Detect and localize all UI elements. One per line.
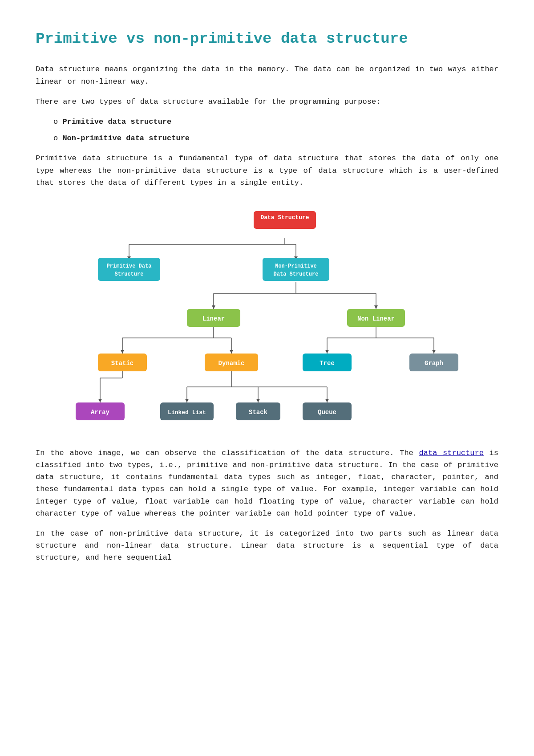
node-linear-label: Linear <box>202 315 225 322</box>
svg-marker-27 <box>432 350 436 354</box>
node-non-primitive <box>263 258 329 281</box>
below-diagram-para: In the above image, we can observe the c… <box>36 447 498 520</box>
node-non-primitive-label-2: Data Structure <box>274 271 319 277</box>
svg-marker-35 <box>185 399 189 402</box>
data-structure-link[interactable]: data structure <box>419 449 484 457</box>
node-primitive-label-1: Primitive Data <box>107 263 152 269</box>
svg-marker-20 <box>230 350 233 354</box>
svg-marker-38 <box>256 399 260 402</box>
node-data-structure-label: Data Structure <box>260 214 309 221</box>
node-static-label: Static <box>111 360 134 367</box>
description-para: Primitive data structure is a fundamenta… <box>36 152 498 189</box>
node-graph-label: Graph <box>425 360 443 367</box>
bullet-list: Primitive data structure Non-primitive d… <box>53 116 498 144</box>
svg-marker-10 <box>212 305 215 309</box>
svg-marker-41 <box>325 399 329 402</box>
node-primitive-label-2: Structure <box>115 271 144 277</box>
non-primitive-para: In the case of non-primitive data struct… <box>36 528 498 564</box>
svg-marker-13 <box>374 305 378 309</box>
node-non-linear-label: Non Linear <box>357 315 395 322</box>
node-tree-label: Tree <box>320 360 335 367</box>
node-dynamic-label: Dynamic <box>218 360 245 367</box>
node-linked-list-label: Linked List <box>168 409 206 416</box>
page-title: Primitive vs non-primitive data structur… <box>36 27 498 51</box>
diagram-container: Data Structure Primitive Data Structure … <box>36 202 498 434</box>
intro-para-1: Data structure means organizing the data… <box>36 63 498 87</box>
svg-marker-24 <box>325 350 329 354</box>
svg-marker-17 <box>121 350 124 354</box>
node-array-label: Array <box>91 409 110 416</box>
node-non-primitive-label-1: Non-Primitive <box>275 263 317 269</box>
node-queue-label: Queue <box>318 409 336 416</box>
svg-marker-31 <box>98 399 102 402</box>
node-stack-label: Stack <box>249 409 267 416</box>
node-primitive <box>98 258 160 281</box>
data-structure-diagram: Data Structure Primitive Data Structure … <box>44 202 490 434</box>
list-item-2: Non-primitive data structure <box>53 132 498 144</box>
intro-para-2: There are two types of data structure av… <box>36 96 498 108</box>
list-item-1: Primitive data structure <box>53 116 498 128</box>
